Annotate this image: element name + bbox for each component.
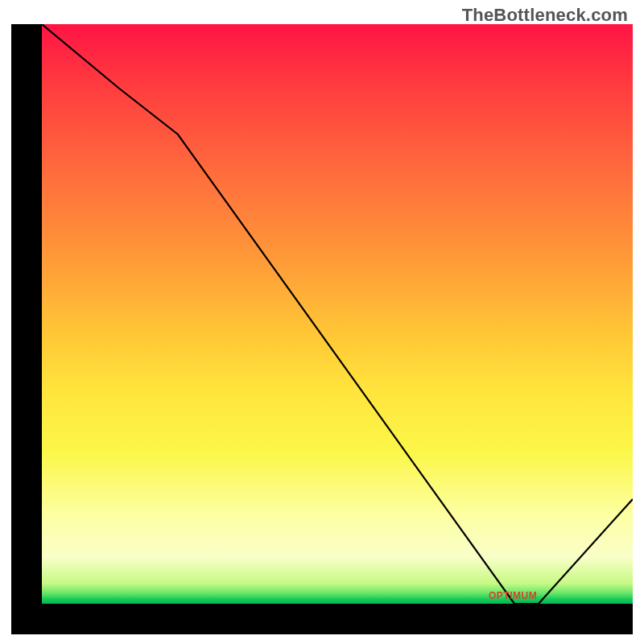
curve-path [42, 24, 633, 604]
optimum-label: OPTIMUM [489, 590, 537, 601]
attribution-text: TheBottleneck.com [462, 5, 628, 26]
plot-area: OPTIMUM [42, 24, 633, 604]
bottleneck-curve [42, 24, 633, 604]
chart-frame: OPTIMUM [11, 24, 633, 634]
